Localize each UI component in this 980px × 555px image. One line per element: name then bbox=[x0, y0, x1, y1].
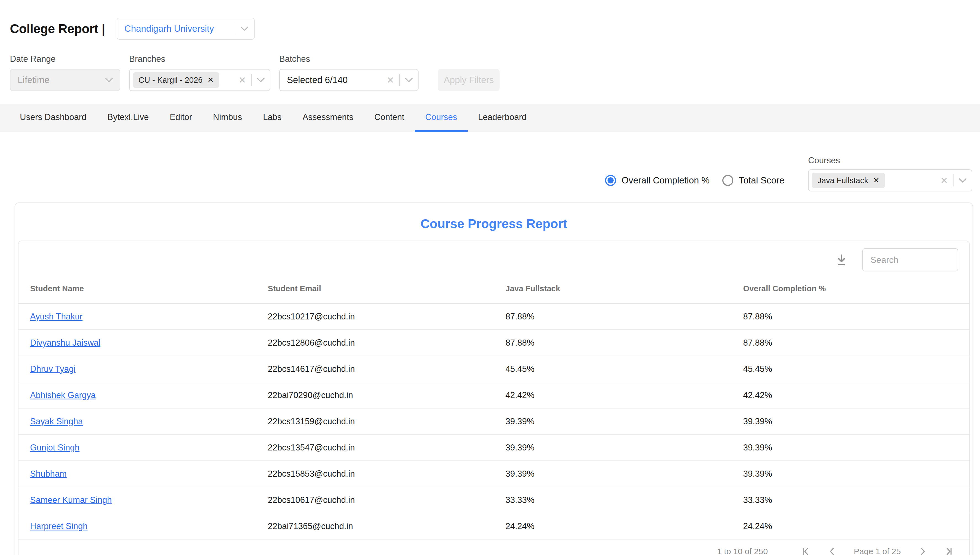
pagination-page-label: Page 1 of 25 bbox=[854, 547, 901, 555]
clear-icon[interactable]: ✕ bbox=[238, 75, 246, 85]
batches-label: Batches bbox=[279, 54, 419, 64]
radio-total-score[interactable]: Total Score bbox=[722, 175, 784, 186]
java-fullstack-value: 42.42% bbox=[494, 382, 732, 408]
pagination: 1 to 10 of 250 Page 1 of 25 bbox=[18, 539, 969, 555]
table-toolbar bbox=[18, 241, 969, 277]
student-email: 22bcs13159@cuchd.in bbox=[256, 408, 494, 435]
first-page-button[interactable] bbox=[801, 547, 810, 555]
chip-remove-icon[interactable]: ✕ bbox=[207, 76, 214, 84]
student-name-link[interactable]: Dhruv Tyagi bbox=[30, 364, 75, 374]
col-java-fullstack: Java Fullstack bbox=[494, 277, 732, 303]
chevron-down-icon[interactable] bbox=[405, 77, 413, 82]
divider bbox=[235, 22, 235, 35]
batches-value: Selected 6/140 bbox=[287, 75, 387, 85]
filters-bar: Date Range Lifetime Branches CU - Kargil… bbox=[0, 54, 980, 91]
student-name-link[interactable]: Ayush Thakur bbox=[30, 312, 82, 321]
student-email: 22bai71365@cuchd.in bbox=[256, 513, 494, 539]
table-row: Ayush Thakur 22bcs10217@cuchd.in 87.88% … bbox=[18, 303, 969, 330]
student-name-link[interactable]: Sameer Kumar Singh bbox=[30, 495, 112, 505]
chevron-right-icon bbox=[918, 547, 927, 555]
chevron-down-icon[interactable] bbox=[959, 178, 967, 183]
next-page-button[interactable] bbox=[918, 547, 927, 555]
branch-chip-label: CU - Kargil - 2026 bbox=[138, 75, 202, 85]
course-progress-card: Course Progress Report Student Name Stud… bbox=[14, 202, 973, 555]
university-select-value: Chandigarh University bbox=[124, 24, 230, 34]
java-fullstack-value: 39.39% bbox=[494, 435, 732, 461]
students-table: Student Name Student Email Java Fullstac… bbox=[18, 277, 969, 539]
java-fullstack-value: 39.39% bbox=[494, 461, 732, 487]
chevron-left-icon bbox=[828, 547, 837, 555]
download-button[interactable] bbox=[835, 253, 848, 266]
tab-nimbus[interactable]: Nimbus bbox=[202, 104, 252, 132]
tab-content[interactable]: Content bbox=[364, 104, 415, 132]
java-fullstack-value: 87.88% bbox=[494, 330, 732, 356]
student-name-link[interactable]: Gunjot Singh bbox=[30, 443, 79, 452]
overall-completion-value: 42.42% bbox=[732, 382, 969, 408]
java-fullstack-value: 39.39% bbox=[494, 408, 732, 435]
batches-select[interactable]: Selected 6/140 ✕ bbox=[279, 69, 419, 91]
student-name-link[interactable]: Shubham bbox=[30, 469, 67, 479]
overall-completion-value: 39.39% bbox=[732, 461, 969, 487]
radio-total-score-label: Total Score bbox=[739, 175, 784, 186]
previous-page-button[interactable] bbox=[828, 547, 837, 555]
table-row: Sayak Singha 22bcs13159@cuchd.in 39.39% … bbox=[18, 408, 969, 435]
course-chip: Java Fullstack ✕ bbox=[812, 173, 885, 188]
radio-overall-completion[interactable]: Overall Completion % bbox=[605, 175, 710, 186]
java-fullstack-value: 33.33% bbox=[494, 487, 732, 513]
table-header-row: Student Name Student Email Java Fullstac… bbox=[18, 277, 969, 303]
last-page-icon bbox=[945, 547, 954, 555]
overall-completion-value: 33.33% bbox=[732, 487, 969, 513]
student-name-link[interactable]: Abhishek Gargya bbox=[30, 390, 96, 400]
student-name-link[interactable]: Harpreet Singh bbox=[30, 521, 88, 531]
overall-completion-value: 87.88% bbox=[732, 303, 969, 330]
radio-selected-icon[interactable] bbox=[605, 175, 616, 186]
course-chip-label: Java Fullstack bbox=[818, 176, 868, 185]
courses-filter-label: Courses bbox=[808, 156, 972, 165]
student-name-link[interactable]: Divyanshu Jaiswal bbox=[30, 338, 100, 348]
tab-editor[interactable]: Editor bbox=[159, 104, 202, 132]
chevron-down-icon[interactable] bbox=[257, 77, 265, 82]
tab-leaderboard[interactable]: Leaderboard bbox=[468, 104, 537, 132]
overall-completion-value: 39.39% bbox=[732, 435, 969, 461]
table-row: Dhruv Tyagi 22bcs14617@cuchd.in 45.45% 4… bbox=[18, 356, 969, 382]
branches-select[interactable]: CU - Kargil - 2026 ✕ ✕ bbox=[129, 69, 270, 91]
student-name-link[interactable]: Sayak Singha bbox=[30, 417, 83, 426]
pagination-range: 1 to 10 of 250 bbox=[717, 547, 768, 555]
header: College Report | Chandigarh University bbox=[0, 0, 980, 40]
batches-group: Batches Selected 6/140 ✕ bbox=[279, 54, 419, 91]
table-row: Gunjot Singh 22bcs13547@cuchd.in 39.39% … bbox=[18, 435, 969, 461]
metric-radio-group: Overall Completion % Total Score bbox=[605, 175, 784, 186]
table-row: Sameer Kumar Singh 22bcs10617@cuchd.in 3… bbox=[18, 487, 969, 513]
radio-overall-completion-label: Overall Completion % bbox=[622, 175, 710, 186]
date-range-select[interactable]: Lifetime bbox=[10, 69, 120, 91]
table-row: Shubham 22bcs15853@cuchd.in 39.39% 39.39… bbox=[18, 461, 969, 487]
courses-select[interactable]: Java Fullstack ✕ ✕ bbox=[808, 169, 972, 191]
overall-completion-value: 39.39% bbox=[732, 408, 969, 435]
first-page-icon bbox=[801, 547, 810, 555]
chip-remove-icon[interactable]: ✕ bbox=[873, 177, 880, 184]
student-email: 22bai70290@cuchd.in bbox=[256, 382, 494, 408]
tab-users-dashboard[interactable]: Users Dashboard bbox=[10, 104, 97, 132]
apply-filters-button[interactable]: Apply Filters bbox=[438, 69, 500, 91]
courses-filter-group: Courses Java Fullstack ✕ ✕ bbox=[808, 156, 972, 191]
divider bbox=[953, 174, 954, 186]
student-email: 22bcs13547@cuchd.in bbox=[256, 435, 494, 461]
clear-icon[interactable]: ✕ bbox=[387, 75, 394, 85]
tab-courses[interactable]: Courses bbox=[415, 104, 467, 132]
clear-icon[interactable]: ✕ bbox=[940, 176, 948, 185]
table-row: Abhishek Gargya 22bai70290@cuchd.in 42.4… bbox=[18, 382, 969, 408]
search-input[interactable] bbox=[862, 248, 958, 271]
date-range-label: Date Range bbox=[10, 54, 120, 64]
radio-unselected-icon[interactable] bbox=[722, 175, 733, 186]
last-page-button[interactable] bbox=[945, 547, 954, 555]
student-email: 22bcs10217@cuchd.in bbox=[256, 303, 494, 330]
university-select[interactable]: Chandigarh University bbox=[117, 18, 255, 40]
tabbar: Users Dashboard Bytexl.Live Editor Nimbu… bbox=[0, 104, 980, 132]
divider bbox=[251, 74, 252, 86]
table-row: Divyanshu Jaiswal 22bcs12806@cuchd.in 87… bbox=[18, 330, 969, 356]
overall-completion-value: 87.88% bbox=[732, 330, 969, 356]
tab-assessments[interactable]: Assessments bbox=[292, 104, 364, 132]
tab-bytexl-live[interactable]: Bytexl.Live bbox=[97, 104, 159, 132]
java-fullstack-value: 24.24% bbox=[494, 513, 732, 539]
tab-labs[interactable]: Labs bbox=[252, 104, 292, 132]
